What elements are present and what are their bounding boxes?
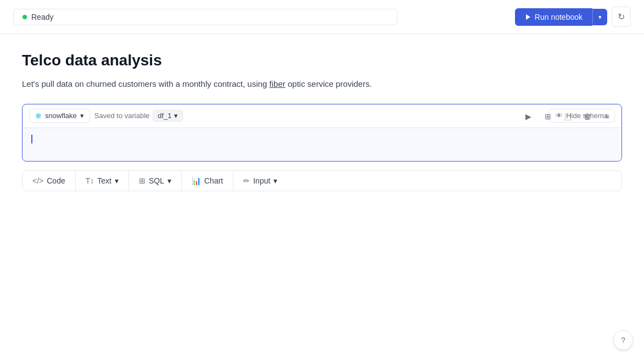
cell-editor[interactable] bbox=[23, 128, 621, 161]
text-label: Text bbox=[97, 176, 111, 185]
add-cell-bar: </> Code T↕ Text ▾ ⊞ SQL ▾ 📊 Chart ✏ Inp… bbox=[22, 170, 622, 191]
add-code-button[interactable]: </> Code bbox=[23, 171, 76, 191]
code-label: Code bbox=[47, 176, 65, 185]
input-icon: ✏ bbox=[243, 176, 250, 185]
datasource-button[interactable]: ❄ snowflake ▾ bbox=[29, 109, 90, 123]
cell-menu-icon[interactable]: ≡ bbox=[600, 109, 615, 124]
datasource-label: snowflake bbox=[45, 112, 77, 120]
page-title: Telco data analysis bbox=[22, 52, 622, 69]
sql-chevron-icon: ▾ bbox=[167, 176, 171, 185]
top-bar: Ready Run notebook ▾ ↻ bbox=[0, 0, 644, 34]
chart-icon: 📊 bbox=[192, 176, 201, 185]
chevron-down-icon: ▾ bbox=[598, 14, 602, 20]
text-icon: T↕ bbox=[86, 176, 94, 185]
cell-calendar-icon[interactable]: ⬚ bbox=[560, 109, 575, 124]
chart-label: Chart bbox=[204, 176, 223, 185]
run-notebook-chevron[interactable]: ▾ bbox=[592, 9, 607, 25]
add-chart-button[interactable]: 📊 Chart bbox=[182, 171, 233, 191]
variable-badge[interactable]: df_1 ▾ bbox=[153, 110, 182, 121]
page-description: Let's pull data on churned customers wit… bbox=[22, 78, 622, 91]
variable-chevron-icon: ▾ bbox=[174, 112, 178, 120]
cell-play-icon[interactable]: ▶ bbox=[520, 109, 536, 124]
help-button[interactable]: ? bbox=[613, 330, 633, 350]
add-sql-button[interactable]: ⊞ SQL ▾ bbox=[129, 171, 182, 191]
sql-icon: ⊞ bbox=[139, 176, 145, 185]
status-indicator: Ready bbox=[13, 9, 397, 25]
cell-trash-icon[interactable]: 🗑 bbox=[580, 109, 595, 124]
snowflake-icon: ❄ bbox=[35, 112, 42, 120]
save-variable-group: Saved to variable df_1 ▾ bbox=[94, 110, 183, 121]
add-text-button[interactable]: T↕ Text ▾ bbox=[76, 171, 129, 191]
text-chevron-icon: ▾ bbox=[115, 176, 119, 185]
datasource-chevron-icon: ▾ bbox=[80, 112, 84, 120]
description-text-2: optic service providers. bbox=[285, 79, 372, 88]
play-icon bbox=[526, 14, 530, 20]
run-btn-group: Run notebook ▾ ↻ bbox=[515, 7, 631, 27]
status-label: Ready bbox=[31, 13, 53, 21]
description-text-1: Let's pull data on churned customers wit… bbox=[22, 79, 270, 88]
fiber-link[interactable]: fiber bbox=[270, 79, 285, 88]
input-chevron-icon: ▾ bbox=[273, 176, 277, 185]
editor-cursor bbox=[31, 135, 32, 143]
help-icon: ? bbox=[621, 336, 625, 345]
run-btn-label: Run notebook bbox=[535, 13, 583, 21]
code-icon: </> bbox=[32, 176, 43, 185]
variable-name: df_1 bbox=[158, 112, 171, 120]
cell-actions: ▶ ⊞ ⬚ 🗑 ≡ bbox=[520, 109, 615, 124]
status-dot bbox=[23, 15, 27, 19]
editor-cursor-line bbox=[31, 135, 613, 143]
main-content: Telco data analysis Let's pull data on c… bbox=[0, 34, 644, 209]
run-notebook-button[interactable]: Run notebook bbox=[515, 8, 592, 26]
save-variable-label: Saved to variable bbox=[94, 112, 149, 120]
refresh-icon: ↻ bbox=[618, 12, 625, 22]
sql-label: SQL bbox=[149, 176, 164, 185]
cell-block: ▶ ⊞ ⬚ 🗑 ≡ ❄ snowflake ▾ Saved to variabl… bbox=[22, 104, 622, 162]
input-label: Input bbox=[253, 176, 270, 185]
refresh-button[interactable]: ↻ bbox=[612, 7, 631, 27]
add-input-button[interactable]: ✏ Input ▾ bbox=[233, 171, 287, 191]
cell-grid-icon[interactable]: ⊞ bbox=[540, 109, 556, 124]
